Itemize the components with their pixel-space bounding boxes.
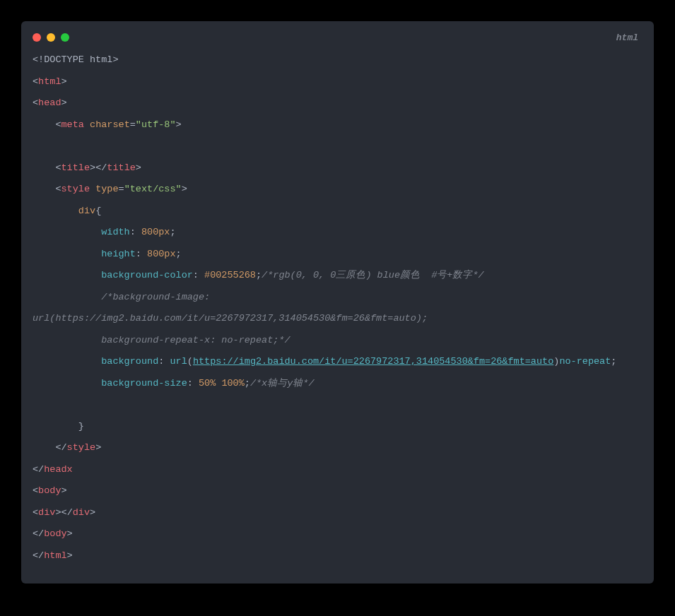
close-icon[interactable]	[33, 33, 41, 42]
comment-bgcolor: /*rgb(0, 0, 0三原色) blue颜色 #号+数字*/	[262, 270, 484, 280]
tag-html-open: html	[38, 76, 61, 87]
semicolon: ;	[245, 378, 250, 389]
colon: :	[187, 378, 193, 389]
func-url: url	[170, 356, 187, 367]
angle-open: <	[55, 162, 61, 173]
brace-open: {	[95, 206, 101, 216]
angle-close: >	[176, 119, 182, 130]
tag-style-close: style	[67, 442, 96, 453]
angle-open-slash: </	[33, 528, 44, 539]
angle-close: >	[67, 550, 73, 561]
window-titlebar: html	[21, 21, 654, 45]
language-label: html	[616, 32, 642, 43]
equals: =	[130, 119, 136, 130]
maximize-icon[interactable]	[61, 33, 69, 42]
semicolon: ;	[176, 249, 182, 259]
prop-width: width	[101, 227, 130, 237]
tag-meta: meta	[61, 119, 84, 130]
comment-bgimg-url: url(https://img2.baidu.com/it/u=22679723…	[33, 313, 428, 324]
semicolon: ;	[611, 356, 616, 367]
angle-close: >	[95, 442, 101, 453]
angle-open: <	[33, 76, 38, 87]
angle-open: <	[33, 507, 38, 518]
angle-close: >	[61, 76, 67, 87]
tag-div-close: div	[73, 507, 90, 518]
prop-bgsize: background-size	[101, 378, 187, 389]
window-controls	[33, 33, 69, 42]
brace-close: }	[78, 421, 84, 432]
angle-close: >	[182, 184, 187, 194]
colon: :	[193, 270, 199, 280]
hex-bgcolor: #00255268	[204, 270, 256, 280]
comment-xy: /*x轴与y轴*/	[250, 378, 315, 389]
val-utf8: "utf-8"	[136, 119, 176, 130]
angle-open-slash: </	[33, 464, 44, 475]
paren-open: (	[187, 356, 193, 367]
comment-bgrepeat: background-repeat-x: no-repeat;*/	[101, 335, 290, 345]
tag-head-open: head	[38, 97, 61, 108]
tag-style-open: style	[61, 184, 90, 194]
prop-bgcolor: background-color	[101, 270, 193, 280]
url-value: https://img2.baidu.com/it/u=2267972317,3…	[193, 356, 553, 367]
angle-open-slash: </	[61, 507, 73, 518]
angle-open-slash: </	[33, 550, 44, 561]
tag-headx-close: headx	[44, 464, 73, 475]
comment-bgimg-start: /*background-image:	[101, 292, 210, 302]
num-100: 100%	[221, 378, 244, 389]
tag-body-close: body	[44, 528, 66, 539]
prop-bg: background	[101, 356, 158, 367]
semicolon: ;	[256, 270, 262, 280]
colon: :	[136, 249, 141, 259]
colon: :	[130, 227, 136, 237]
angle-close: >	[136, 162, 141, 173]
angle-open: <	[55, 184, 61, 194]
angle-open-slash: </	[55, 442, 66, 453]
tag-title-close: title	[107, 162, 136, 173]
minimize-icon[interactable]	[47, 33, 55, 42]
num-50: 50%	[199, 378, 216, 389]
num-800-height: 800px	[147, 249, 176, 259]
tag-html-close: html	[44, 550, 66, 561]
tag-title-open: title	[61, 162, 90, 173]
angle-open: <	[33, 485, 38, 496]
tag-div-open: div	[38, 507, 55, 518]
colon: :	[158, 356, 164, 367]
angle-close: >	[90, 162, 95, 173]
attr-charset: charset	[90, 119, 130, 130]
val-textcss: "text/css"	[124, 184, 182, 194]
tag-body-open: body	[38, 485, 61, 496]
angle-close: >	[61, 485, 67, 496]
val-norepeat: no-repeat	[559, 356, 611, 367]
angle-close: >	[67, 528, 73, 539]
angle-close: >	[90, 507, 95, 518]
angle-open: <	[33, 97, 38, 108]
code-block[interactable]: <!DOCTYPE html> <html> <head> <meta char…	[21, 45, 654, 584]
equals: =	[119, 184, 124, 194]
angle-open-slash: </	[95, 162, 107, 173]
selector-div: div	[78, 206, 95, 216]
angle-open: <	[55, 119, 61, 130]
num-800-width: 800px	[141, 227, 170, 237]
prop-height: height	[101, 249, 136, 259]
angle-close: >	[55, 507, 61, 518]
attr-type: type	[95, 184, 118, 194]
semicolon: ;	[170, 227, 175, 237]
code-window: html <!DOCTYPE html> <html> <head> <meta…	[21, 21, 654, 584]
angle-close: >	[61, 97, 67, 108]
doctype-text: <!DOCTYPE html>	[33, 54, 119, 65]
